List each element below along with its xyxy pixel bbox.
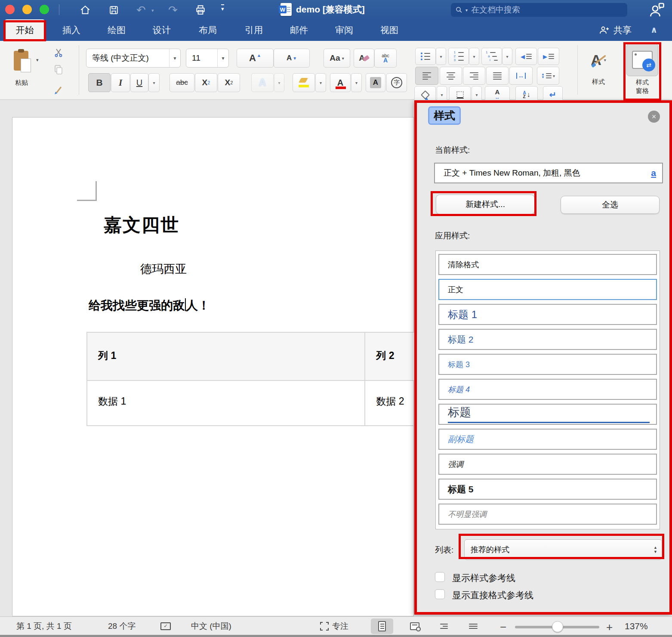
table-header-cell[interactable]: 列 2 xyxy=(365,333,414,381)
style-item-title[interactable]: 标题 xyxy=(438,404,657,425)
bold-button[interactable]: B xyxy=(88,73,111,92)
tab-draw[interactable]: 绘图 xyxy=(99,19,134,41)
tab-insert[interactable]: 插入 xyxy=(54,19,89,41)
select-all-button[interactable]: 全选 xyxy=(561,196,660,214)
focus-mode-button[interactable]: 专注 xyxy=(320,617,348,635)
copy-icon[interactable] xyxy=(50,63,67,76)
font-size-combo[interactable]: 11▼ xyxy=(186,49,229,68)
close-window-button[interactable] xyxy=(5,5,15,14)
multilevel-dropdown-icon[interactable]: ▾ xyxy=(502,48,512,65)
styles-pane-button[interactable]: ⇄ xyxy=(626,43,658,76)
tab-mailings[interactable]: 邮件 xyxy=(282,19,316,41)
font-size-dropdown-icon[interactable]: ▼ xyxy=(217,49,228,67)
table-cell[interactable]: 数据 1 xyxy=(87,381,365,425)
style-item-heading1[interactable]: 标题 1 xyxy=(438,304,657,325)
char-style-preview[interactable]: a xyxy=(651,168,656,178)
change-case-button[interactable]: Aa▾ xyxy=(324,49,350,68)
italic-button[interactable]: I xyxy=(111,73,130,92)
styles-button[interactable]: A ▾ xyxy=(582,44,615,75)
document-page[interactable]: 嘉文四世 德玛西亚 给我找些更强的敌人！ 列 1 列 2 数据 1 数据 2 xyxy=(12,117,414,616)
search-input[interactable] xyxy=(470,5,608,15)
subscript-button[interactable]: X2 xyxy=(195,73,217,92)
undo-dropdown-icon[interactable]: ▾ xyxy=(151,8,154,13)
paste-dropdown-icon[interactable]: ▾ xyxy=(36,57,39,63)
style-item-heading4[interactable]: 标题 4 xyxy=(438,379,657,400)
style-item-clear-formatting[interactable]: 清除格式 xyxy=(438,254,657,275)
current-style-box[interactable]: 正文 + Times New Roman, 加粗, 黑色 a xyxy=(434,163,663,183)
show-style-guides-checkbox[interactable] xyxy=(435,572,445,582)
text-effects-dropdown-icon[interactable]: ▾ xyxy=(274,73,284,92)
new-style-button[interactable]: 新建样式... xyxy=(436,195,535,214)
redo-icon[interactable]: ↷ xyxy=(165,3,181,17)
multilevel-list-button[interactable]: 1 a i xyxy=(481,48,502,65)
search-box[interactable]: ▾ xyxy=(451,3,627,17)
tab-home[interactable]: 开始 xyxy=(4,19,45,41)
word-count[interactable]: 28 个字 xyxy=(108,617,136,635)
style-item-subtle-emphasis[interactable]: 不明显强调 xyxy=(438,504,657,525)
clear-formatting-button[interactable]: A xyxy=(354,49,374,68)
decrease-indent-button[interactable]: ◀ xyxy=(515,48,537,65)
align-center-button[interactable] xyxy=(440,67,462,85)
zoom-percent[interactable]: 137% xyxy=(625,617,648,635)
show-direct-formatting-guides-checkbox[interactable] xyxy=(435,589,445,599)
search-scope-chevron-icon[interactable]: ▾ xyxy=(465,8,468,12)
highlight-dropdown-icon[interactable]: ▾ xyxy=(315,73,326,92)
tab-design[interactable]: 设计 xyxy=(145,19,179,41)
home-icon[interactable] xyxy=(77,3,93,17)
enclose-characters-button[interactable]: 字 xyxy=(386,73,407,92)
draft-view-button[interactable] xyxy=(462,618,484,634)
phonetic-guide-button[interactable]: abc A xyxy=(374,49,397,68)
minimize-window-button[interactable] xyxy=(22,5,32,14)
page-indicator[interactable]: 第 1 页, 共 1 页 xyxy=(16,617,72,635)
font-color-button[interactable]: A xyxy=(330,73,351,92)
print-icon[interactable] xyxy=(193,3,208,17)
grow-font-button[interactable]: A▲ xyxy=(237,49,274,68)
align-left-button[interactable] xyxy=(415,67,438,85)
table-cell[interactable]: 数据 2 xyxy=(365,381,414,425)
tab-layout[interactable]: 布局 xyxy=(191,19,225,41)
zoom-in-button[interactable]: + xyxy=(606,617,613,637)
underline-button[interactable]: U xyxy=(130,73,148,92)
justify-button[interactable] xyxy=(486,67,509,85)
outline-view-button[interactable] xyxy=(433,618,455,634)
tab-view[interactable]: 视图 xyxy=(372,19,407,41)
zoom-window-button[interactable] xyxy=(40,5,49,14)
style-item-emphasis[interactable]: 强调 xyxy=(438,454,657,475)
close-icon[interactable]: × xyxy=(648,111,660,123)
cut-icon[interactable] xyxy=(50,46,67,59)
undo-icon[interactable]: ↶ xyxy=(133,3,149,17)
quick-access-customize-icon[interactable]: ▾ xyxy=(221,4,224,12)
style-item-normal[interactable]: 正文 xyxy=(438,279,657,300)
doc-table[interactable]: 列 1 列 2 数据 1 数据 2 xyxy=(86,332,414,426)
list-filter-dropdown[interactable]: 推荐的样式 ▲▼ xyxy=(464,539,662,560)
style-item-subtitle[interactable]: 副标题 xyxy=(438,429,657,450)
numbering-dropdown-icon[interactable]: ▾ xyxy=(469,48,479,65)
bullets-dropdown-icon[interactable]: ▾ xyxy=(436,48,446,65)
numbering-button[interactable]: 1 2 3 xyxy=(448,48,469,65)
style-item-heading5[interactable]: 标题 5 xyxy=(438,479,657,500)
align-right-button[interactable] xyxy=(463,67,485,85)
style-item-heading2[interactable]: 标题 2 xyxy=(438,329,657,350)
shrink-font-button[interactable]: A▼ xyxy=(274,49,310,68)
paste-button[interactable] xyxy=(7,45,35,76)
table-header-cell[interactable]: 列 1 xyxy=(87,333,365,381)
text-effects-button[interactable]: A xyxy=(251,73,274,92)
increase-indent-button[interactable]: ▶ xyxy=(538,48,559,65)
tab-review[interactable]: 审阅 xyxy=(327,19,361,41)
spellcheck-icon[interactable]: ✓ xyxy=(160,617,171,635)
save-icon[interactable] xyxy=(106,3,121,17)
style-item-heading3[interactable]: 标题 3 xyxy=(438,354,657,375)
tab-references[interactable]: 引用 xyxy=(237,19,271,41)
language-indicator[interactable]: 中文 (中国) xyxy=(191,617,231,635)
format-painter-icon[interactable] xyxy=(50,82,67,96)
zoom-slider-thumb[interactable] xyxy=(552,621,563,632)
zoom-out-button[interactable]: − xyxy=(500,617,506,637)
print-layout-view-button[interactable] xyxy=(371,618,393,634)
collapse-ribbon-icon[interactable]: ∧ xyxy=(650,25,657,35)
character-shading-button[interactable]: A xyxy=(366,73,385,92)
line-spacing-button[interactable]: ▲▼ ▾ xyxy=(537,67,559,85)
underline-dropdown-icon[interactable]: ▾ xyxy=(148,73,160,92)
share-button[interactable]: 共享 xyxy=(599,19,632,41)
strikethrough-button[interactable]: abc xyxy=(170,73,194,92)
highlight-button[interactable] xyxy=(293,73,315,92)
